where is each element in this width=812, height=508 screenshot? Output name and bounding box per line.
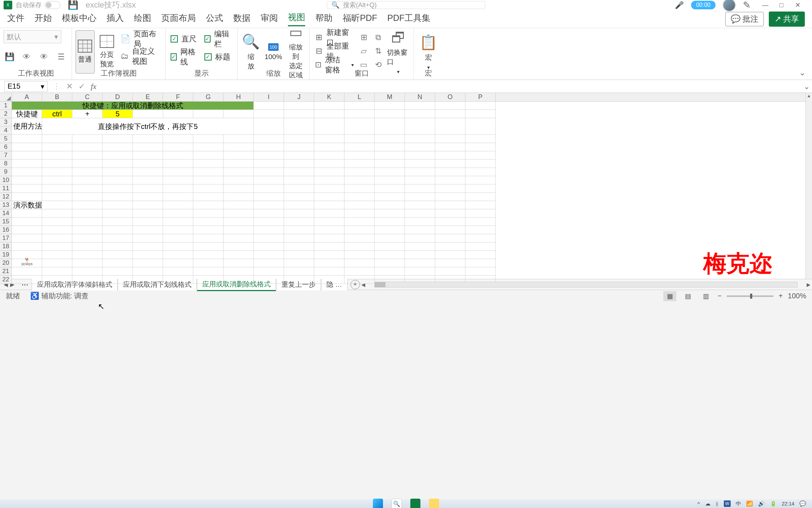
row-header[interactable]: 4 — [0, 126, 12, 135]
row-header[interactable]: 7 — [0, 151, 12, 160]
tab-foxit-pdf[interactable]: 福昕PDF — [343, 12, 377, 26]
cell[interactable] — [314, 118, 344, 135]
cell[interactable] — [133, 184, 163, 193]
cell[interactable] — [224, 242, 254, 251]
cell[interactable] — [12, 267, 42, 276]
cell[interactable] — [435, 143, 465, 151]
exit-view-icon[interactable]: 👁 — [21, 51, 32, 63]
cell[interactable] — [193, 135, 224, 143]
cell[interactable] — [42, 251, 72, 259]
cell[interactable] — [193, 193, 224, 201]
cell[interactable] — [344, 135, 375, 143]
cell[interactable] — [193, 143, 224, 151]
cell[interactable] — [72, 201, 103, 209]
cell[interactable] — [344, 193, 375, 201]
cell[interactable] — [344, 143, 375, 151]
cell[interactable] — [42, 168, 72, 176]
cell[interactable]: 使用方法 — [12, 118, 42, 135]
cell[interactable] — [465, 168, 496, 176]
gridlines-checkbox[interactable]: ✓ 网格线 — [169, 50, 200, 63]
cell[interactable] — [193, 110, 224, 118]
col-header[interactable]: C — [72, 93, 103, 101]
cell[interactable] — [193, 242, 224, 251]
cell[interactable] — [42, 160, 72, 168]
cell[interactable] — [465, 201, 496, 209]
select-all-corner[interactable] — [0, 93, 12, 102]
row-header[interactable]: 19 — [0, 251, 12, 259]
cell[interactable] — [103, 242, 133, 251]
cell[interactable] — [465, 234, 496, 242]
row-header[interactable]: 22 — [0, 276, 12, 284]
cell[interactable] — [405, 251, 435, 259]
cell[interactable] — [133, 209, 163, 218]
cell[interactable] — [405, 218, 435, 226]
view-side-icon[interactable]: ⧉ — [373, 32, 384, 43]
cell[interactable] — [284, 226, 314, 234]
cell[interactable] — [375, 267, 405, 276]
cell[interactable] — [344, 151, 375, 160]
cell[interactable] — [42, 234, 72, 242]
cell[interactable] — [224, 168, 254, 176]
macros-button[interactable]: 📋 宏 ▾ — [418, 30, 439, 73]
cell[interactable] — [133, 110, 163, 118]
col-header[interactable]: A — [12, 93, 42, 101]
cell[interactable] — [72, 276, 103, 284]
cell[interactable] — [314, 267, 344, 276]
cell[interactable] — [163, 110, 193, 118]
cell[interactable] — [163, 143, 193, 151]
notes-taskbar-icon[interactable] — [429, 499, 439, 508]
tab-formula[interactable]: 公式 — [206, 12, 223, 26]
cell[interactable] — [254, 201, 284, 209]
cell[interactable] — [224, 160, 254, 168]
cell[interactable] — [405, 193, 435, 201]
cell[interactable] — [12, 176, 42, 184]
cell[interactable] — [405, 102, 435, 110]
cell[interactable] — [42, 143, 72, 151]
cell[interactable] — [314, 102, 344, 110]
minimize-button[interactable]: — — [758, 1, 772, 9]
cell[interactable] — [284, 234, 314, 242]
cell[interactable] — [103, 184, 133, 193]
cell[interactable] — [193, 201, 224, 209]
windows-taskbar[interactable]: 🔍 ^ ☁ ᛒ W 中 📶 🔊 🔋 22:14 💬 — [0, 499, 812, 508]
row-header[interactable]: 1 — [0, 102, 12, 110]
cell[interactable] — [314, 168, 344, 176]
cell[interactable] — [465, 102, 496, 110]
col-header[interactable]: K — [314, 93, 344, 101]
cell[interactable] — [224, 218, 254, 226]
cell[interactable] — [163, 184, 193, 193]
split-icon[interactable]: ⊞ — [358, 32, 370, 43]
cell[interactable] — [42, 151, 72, 160]
cell[interactable] — [42, 259, 72, 267]
col-header[interactable]: H — [224, 93, 254, 101]
hscroll-right-icon[interactable]: ▶ — [805, 282, 812, 288]
cell[interactable] — [103, 143, 133, 151]
cell[interactable] — [163, 209, 193, 218]
normal-view-button[interactable]: 普通 — [76, 30, 95, 73]
page-break-view-icon[interactable]: ▥ — [699, 291, 712, 301]
autosave-toggle[interactable] — [45, 1, 60, 9]
cells[interactable]: 快捷键：应用或取消删除线格式快捷键ctrl+5使用方法直接操作按下ctrl不放，… — [12, 102, 806, 279]
row-header[interactable]: 10 — [0, 176, 12, 184]
cell[interactable] — [375, 209, 405, 218]
cell[interactable] — [12, 209, 42, 218]
horizontal-scrollbar[interactable] — [374, 282, 798, 288]
cell[interactable] — [254, 110, 284, 118]
share-button[interactable]: ↗ 共享 — [769, 12, 805, 27]
cell[interactable] — [344, 259, 375, 267]
cell[interactable] — [375, 259, 405, 267]
cell[interactable] — [284, 201, 314, 209]
cell[interactable] — [72, 209, 103, 218]
cell[interactable] — [284, 276, 314, 284]
cell[interactable] — [344, 251, 375, 259]
cell[interactable] — [224, 151, 254, 160]
cell[interactable] — [133, 176, 163, 184]
row-header[interactable]: 11 — [0, 184, 12, 193]
volume-icon[interactable]: 🔊 — [758, 500, 765, 507]
cell[interactable] — [12, 226, 42, 234]
cell[interactable] — [375, 168, 405, 176]
cell[interactable] — [375, 118, 405, 135]
cell[interactable] — [314, 242, 344, 251]
cell[interactable] — [435, 242, 465, 251]
cell[interactable] — [254, 218, 284, 226]
